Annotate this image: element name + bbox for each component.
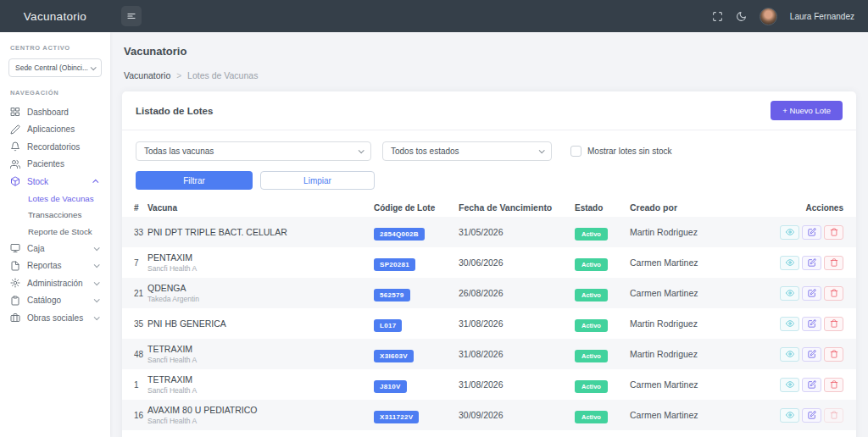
row-number: 7 [122, 258, 147, 268]
sidebar-item-label: Dashboard [27, 108, 69, 117]
delete-button[interactable] [824, 408, 843, 423]
delete-button[interactable] [824, 378, 843, 392]
view-button[interactable] [780, 317, 799, 331]
edit-button[interactable] [802, 408, 821, 423]
no-stock-checkbox-wrap[interactable]: Mostrar lotes sin stock [570, 146, 671, 157]
sidebar-item-label: Caja [27, 244, 45, 253]
edit-button[interactable] [802, 225, 821, 240]
view-button[interactable] [780, 286, 799, 301]
new-lote-button[interactable]: + Nuevo Lote [771, 101, 843, 120]
sidebar-item-caja[interactable]: Caja [0, 240, 110, 257]
clipboard-icon [10, 296, 20, 306]
edit-button[interactable] [802, 256, 821, 270]
col-header-number: # [122, 203, 147, 213]
delete-button[interactable] [824, 286, 843, 301]
breadcrumb-separator: > [176, 71, 181, 80]
table-header-row: # Vacuna Códige de Lote Fecha de Vancimi… [122, 197, 856, 217]
vaccine-name: PENTAXIM [147, 252, 374, 263]
status-badge: Activo [575, 380, 608, 393]
breadcrumb-item-home[interactable]: Vacunatorio [124, 70, 170, 80]
delete-button[interactable] [824, 256, 843, 270]
sidebar-nav: DashboardAplicacionesRecordatoriosPacien… [0, 103, 110, 327]
status-badge: Activo [575, 289, 608, 301]
expiry-date: 31/08/2026 [459, 318, 575, 329]
user-avatar[interactable] [760, 8, 777, 25]
expiry-date: 31/08/2026 [459, 349, 575, 359]
lot-code-badge: L017 [374, 319, 402, 332]
sidebar-item-label: Catálogo [27, 296, 61, 305]
vaccine-name: PNI HB GENERICA [147, 318, 374, 329]
status-badge: Activo [575, 228, 608, 241]
grid-icon [10, 107, 20, 117]
status-filter-select[interactable]: Todos tos estados [382, 141, 552, 161]
sidebar-item-administracion[interactable]: Administración [0, 274, 110, 292]
sidebar-item-dashboard[interactable]: Dashboard [0, 103, 110, 121]
edit-button[interactable] [802, 286, 821, 301]
creator-name: Martin Rodriguez [630, 349, 765, 359]
row-number: 21 [122, 289, 147, 298]
view-button[interactable] [780, 378, 799, 392]
chevron-down-icon [359, 147, 364, 153]
table-row: 16 AVAXIM 80 U PEDIATRICO Sancfi Health … [122, 400, 856, 430]
sidebar-subitem-transacciones[interactable]: Transacciones [0, 207, 110, 224]
no-stock-checkbox-label: Mostrar lotes sin stock [587, 147, 671, 156]
vaccine-maker: Sancfi Health A [147, 264, 374, 273]
clear-button[interactable]: Limpiar [260, 171, 375, 190]
card-title: Listado de Lotes [136, 106, 213, 116]
sidebar-item-pacientes[interactable]: Pacientes [0, 156, 110, 174]
sidebar-item-aplicaciones[interactable]: Aplicaciones [0, 121, 110, 139]
sidebar-item-stock[interactable]: Stock [0, 173, 110, 191]
col-header-expiry: Fecha de Vancimiento [459, 202, 575, 213]
vaccine-maker: Sancfi Health A [147, 356, 374, 364]
delete-button[interactable] [824, 317, 843, 331]
breadcrumb: Vacunatorio > Lotes de Vacunas [124, 70, 856, 80]
sidebar-item-obras-sociales[interactable]: Obras sociales [0, 309, 110, 327]
status-badge: Activo [575, 411, 608, 423]
table-row: 48 TETRAXIM Sancfi Health A X3I603V 31/0… [122, 339, 856, 369]
center-select[interactable]: Sede Central (Obinci... [8, 58, 102, 77]
briefcase-icon [10, 313, 20, 323]
view-button[interactable] [780, 347, 799, 362]
vaccine-maker: Sancfi Health A [147, 417, 374, 425]
sidebar-item-reportas[interactable]: Reportas [0, 257, 110, 275]
gear-icon [10, 278, 20, 288]
vaccine-filter-select[interactable]: Todas las vacunas [136, 141, 371, 161]
vaccine-filter-value: Todas las vacunas [144, 147, 214, 156]
fullscreen-icon[interactable] [712, 11, 723, 22]
row-number: 48 [122, 350, 147, 359]
chevron-down-icon [94, 314, 100, 320]
file-icon [10, 261, 20, 271]
creator-name: Carmen Martinez [630, 257, 765, 268]
sidebar-item-label: Recordatorios [27, 142, 80, 152]
sidebar-item-recordatorios[interactable]: Recordatorios [0, 138, 110, 156]
status-badge: Activo [575, 350, 608, 362]
bell-icon [10, 141, 20, 152]
sidebar-subitem-reporte-de-stock[interactable]: Reporte de Stock [0, 224, 110, 241]
sidebar-item-catalogo[interactable]: Catálogo [0, 292, 110, 310]
app-brand: Vacunatorio [0, 10, 110, 23]
view-button[interactable] [780, 225, 799, 240]
user-name[interactable]: Laura Fernandez [790, 12, 854, 21]
edit-button[interactable] [802, 378, 821, 392]
expiry-date: 31/05/2026 [459, 227, 575, 237]
chevron-down-icon [539, 147, 545, 153]
creator-name: Martin Rodriguez [630, 227, 765, 237]
edit-button[interactable] [802, 317, 821, 331]
edit-button[interactable] [802, 347, 821, 362]
dark-mode-moon-icon[interactable] [736, 11, 747, 22]
view-button[interactable] [780, 408, 799, 423]
filter-button[interactable]: Filtrar [136, 171, 253, 190]
delete-button[interactable] [824, 347, 843, 362]
view-button[interactable] [780, 256, 799, 270]
no-stock-checkbox[interactable] [570, 146, 581, 157]
hamburger-menu-button[interactable] [121, 6, 142, 26]
sidebar: CENTRO ACTIVO Sede Central (Obinci... NA… [0, 32, 110, 437]
sidebar-item-label: Stock [27, 177, 48, 186]
lot-code-badge: X311722V [374, 411, 419, 423]
sidebar-subitem-lotes-de-vacunas[interactable]: Lotes de Vacunas [0, 191, 110, 207]
row-number: 35 [122, 319, 147, 329]
chevron-down-icon [91, 64, 97, 70]
table-row: 1 TETRAXIM Sancfi Health A J810V 31/08/2… [122, 369, 856, 400]
chevron-up-icon [92, 179, 98, 185]
delete-button[interactable] [824, 225, 843, 240]
